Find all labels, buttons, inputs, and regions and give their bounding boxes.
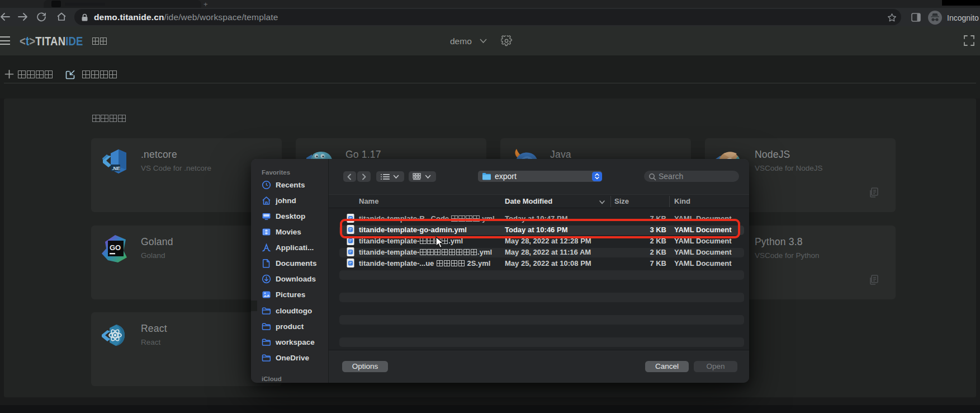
svg-text:GO: GO <box>110 243 121 252</box>
svg-text:.NE: .NE <box>112 166 120 171</box>
